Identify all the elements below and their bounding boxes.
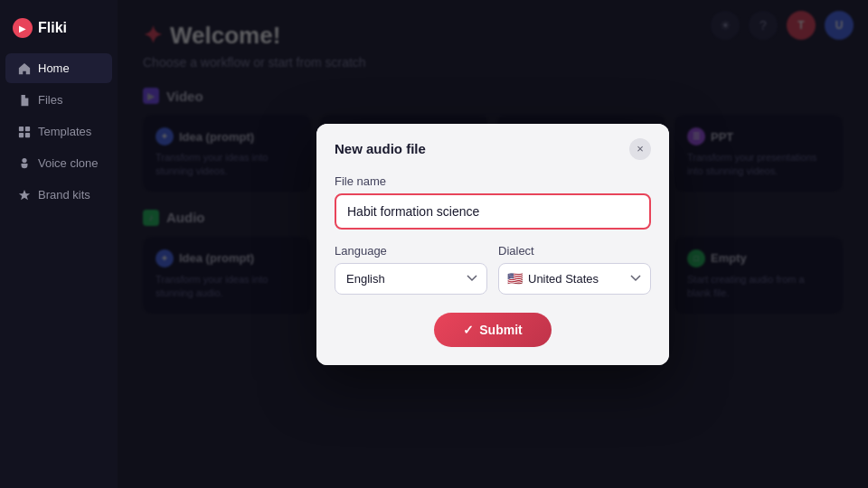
sidebar-label-home: Home (38, 61, 70, 75)
modal-overlay: New audio file × File name Language Engl… (118, 0, 868, 488)
svg-rect-1 (25, 126, 30, 130)
sidebar-label-files: Files (38, 93, 62, 107)
file-name-label: File name (335, 174, 651, 188)
svg-rect-3 (25, 132, 30, 136)
modal-title: New audio file (335, 141, 426, 156)
modal-header: New audio file × (316, 124, 669, 171)
dialect-select-wrapper: 🇺🇸 United States United Kingdom Australi… (498, 263, 651, 295)
home-icon (18, 62, 31, 75)
app-name: Fliki (38, 20, 67, 36)
dialect-label: Dialect (498, 244, 651, 258)
submit-check-icon: ✓ (463, 323, 474, 337)
sidebar-item-voice-clone[interactable]: Voice clone (5, 148, 112, 178)
app-logo: ▶ Fliki (0, 11, 118, 52)
main-content-area: ☀ ? T U ✦ Welcome! Choose a workflow or … (118, 0, 868, 488)
modal-body: File name Language English Spanish Frenc… (316, 171, 669, 365)
svg-rect-0 (19, 126, 24, 130)
brand-kits-icon (18, 189, 31, 202)
sidebar: ▶ Fliki Home Files Templates Voice clone… (0, 0, 118, 488)
voice-clone-icon (18, 157, 31, 170)
dialect-select[interactable]: United States United Kingdom Australia C… (498, 263, 651, 295)
sidebar-item-brand-kits[interactable]: Brand kits (5, 180, 112, 210)
language-label: Language (335, 244, 487, 258)
svg-rect-2 (19, 132, 24, 136)
sidebar-item-home[interactable]: Home (5, 53, 112, 83)
submit-button[interactable]: ✓ Submit (434, 313, 552, 347)
files-icon (18, 94, 31, 107)
sidebar-label-brand-kits: Brand kits (38, 188, 90, 202)
dialect-group: Dialect 🇺🇸 United States United Kingdom … (498, 244, 651, 295)
language-select[interactable]: English Spanish French German (335, 263, 487, 295)
submit-label: Submit (479, 323, 522, 337)
sidebar-item-templates[interactable]: Templates (5, 117, 112, 146)
modal-close-button[interactable]: × (629, 138, 651, 160)
new-audio-file-modal: New audio file × File name Language Engl… (316, 124, 669, 365)
svg-point-4 (22, 157, 26, 162)
sidebar-label-templates: Templates (38, 125, 91, 138)
language-group: Language English Spanish French German (335, 244, 487, 295)
language-dialect-row: Language English Spanish French German D… (335, 244, 651, 295)
sidebar-item-files[interactable]: Files (5, 85, 112, 115)
logo-icon: ▶ (13, 18, 33, 38)
sidebar-label-voice-clone: Voice clone (38, 156, 99, 170)
file-name-input[interactable] (335, 193, 651, 230)
templates-icon (18, 126, 31, 138)
close-icon: × (637, 142, 644, 155)
